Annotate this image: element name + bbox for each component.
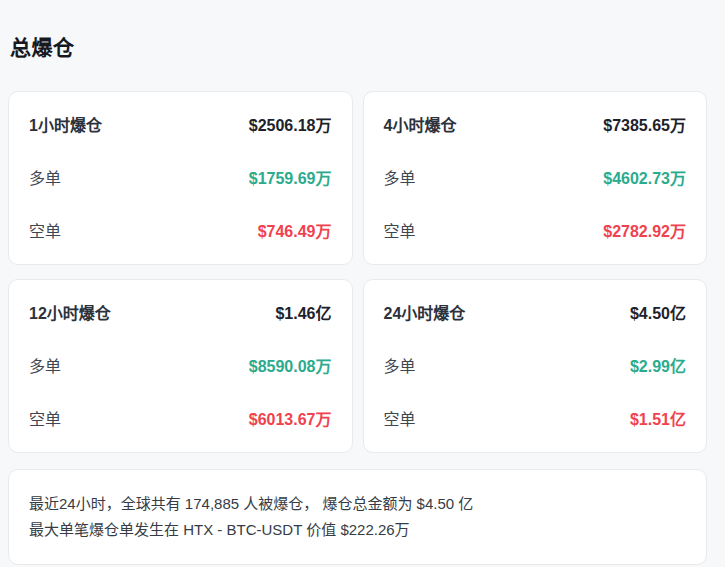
short-label: 空单 xyxy=(29,410,61,429)
long-label: 多单 xyxy=(384,169,416,188)
card-header-row: 1小时爆仓 $2506.18万 xyxy=(29,116,332,135)
period-label: 24小时爆仓 xyxy=(384,304,466,323)
liquidation-cards-grid: 1小时爆仓 $2506.18万 多单 $1759.69万 空单 $746.49万… xyxy=(8,91,707,453)
page-title: 总爆仓 xyxy=(10,31,707,61)
long-liquidation-value: $1759.69万 xyxy=(249,169,332,188)
short-liquidation-value: $2782.92万 xyxy=(603,222,686,241)
long-liquidation-value: $2.99亿 xyxy=(630,357,686,376)
short-row: 空单 $2782.92万 xyxy=(384,222,687,241)
short-label: 空单 xyxy=(29,222,61,241)
summary-line-1: 最近24小时，全球共有 174,885 人被爆仓， 爆仓总金额为 $4.50 亿 xyxy=(29,491,686,517)
short-liquidation-value: $1.51亿 xyxy=(630,410,686,429)
card-header-row: 4小时爆仓 $7385.65万 xyxy=(384,116,687,135)
liquidation-card-4h: 4小时爆仓 $7385.65万 多单 $4602.73万 空单 $2782.92… xyxy=(363,91,708,265)
short-row: 空单 $6013.67万 xyxy=(29,410,332,429)
card-header-row: 12小时爆仓 $1.46亿 xyxy=(29,304,332,323)
short-liquidation-value: $6013.67万 xyxy=(249,410,332,429)
long-row: 多单 $4602.73万 xyxy=(384,169,687,188)
total-liquidation-value: $4.50亿 xyxy=(630,304,686,323)
liquidation-card-12h: 12小时爆仓 $1.46亿 多单 $8590.08万 空单 $6013.67万 xyxy=(8,279,353,453)
long-row: 多单 $2.99亿 xyxy=(384,357,687,376)
liquidation-card-24h: 24小时爆仓 $4.50亿 多单 $2.99亿 空单 $1.51亿 xyxy=(363,279,708,453)
card-header-row: 24小时爆仓 $4.50亿 xyxy=(384,304,687,323)
period-label: 4小时爆仓 xyxy=(384,116,457,135)
liquidation-card-1h: 1小时爆仓 $2506.18万 多单 $1759.69万 空单 $746.49万 xyxy=(8,91,353,265)
summary-card: 最近24小时，全球共有 174,885 人被爆仓， 爆仓总金额为 $4.50 亿… xyxy=(8,469,707,565)
period-label: 12小时爆仓 xyxy=(29,304,111,323)
short-liquidation-value: $746.49万 xyxy=(258,222,332,241)
short-row: 空单 $1.51亿 xyxy=(384,410,687,429)
short-row: 空单 $746.49万 xyxy=(29,222,332,241)
summary-line-2: 最大单笔爆仓单发生在 HTX - BTC-USDT 价值 $222.26万 xyxy=(29,517,686,543)
long-row: 多单 $1759.69万 xyxy=(29,169,332,188)
total-liquidation-dashboard: 总爆仓 1小时爆仓 $2506.18万 多单 $1759.69万 空单 $746… xyxy=(8,31,707,565)
long-label: 多单 xyxy=(384,357,416,376)
period-label: 1小时爆仓 xyxy=(29,116,102,135)
long-liquidation-value: $4602.73万 xyxy=(603,169,686,188)
long-row: 多单 $8590.08万 xyxy=(29,357,332,376)
total-liquidation-value: $7385.65万 xyxy=(603,116,686,135)
long-liquidation-value: $8590.08万 xyxy=(249,357,332,376)
short-label: 空单 xyxy=(384,222,416,241)
total-liquidation-value: $2506.18万 xyxy=(249,116,332,135)
long-label: 多单 xyxy=(29,169,61,188)
long-label: 多单 xyxy=(29,357,61,376)
total-liquidation-value: $1.46亿 xyxy=(275,304,331,323)
short-label: 空单 xyxy=(384,410,416,429)
